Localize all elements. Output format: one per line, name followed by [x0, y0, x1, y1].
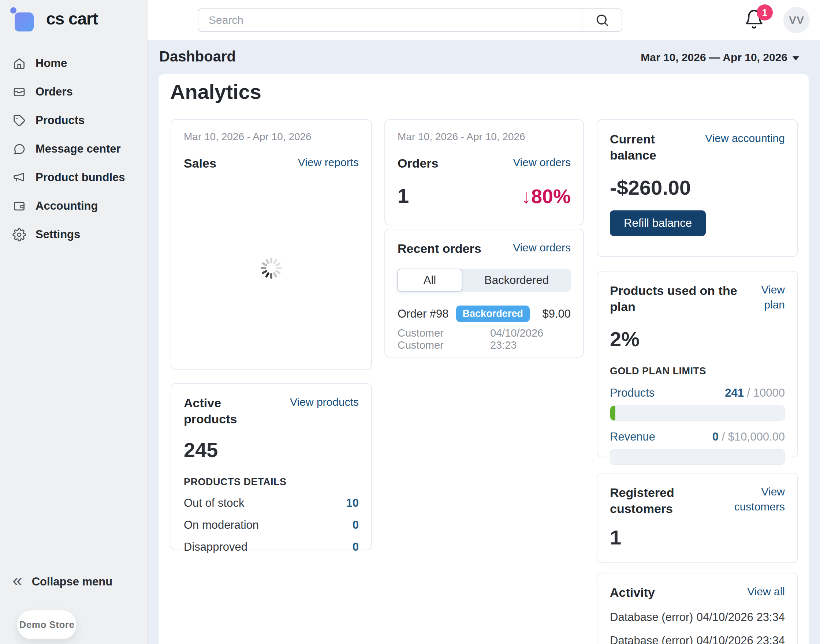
- double-chevron-left-icon: «: [12, 572, 22, 589]
- recent-orders-tabs: All Backordered: [398, 269, 571, 291]
- view-plan-link[interactable]: View plan: [738, 282, 785, 312]
- limit-label: Products: [610, 386, 654, 400]
- sidebar-item-label: Orders: [35, 85, 73, 98]
- order-status-badge: Backordered: [456, 305, 530, 322]
- activity-row: Database (error) 04/10/2026 23:34: [610, 611, 785, 624]
- sidebar-item-home[interactable]: Home: [0, 49, 147, 78]
- activity-datetime: 04/10/2026 23:34: [697, 611, 785, 624]
- recent-orders-card: Recent orders View orders All Backordere…: [384, 229, 584, 357]
- sidebar-item-message-center[interactable]: Message center: [0, 135, 147, 163]
- sidebar-nav: Home Orders Products Message center Prod…: [0, 49, 147, 249]
- sidebar-item-label: Message center: [35, 143, 121, 155]
- plan-percent-used: 2%: [610, 327, 785, 351]
- notification-count-badge: 1: [757, 5, 773, 20]
- date-range-picker[interactable]: Mar 10, 2026 — Apr 10, 2026: [640, 51, 799, 64]
- sidebar: cs cart Home Orders Products Message cen…: [0, 0, 147, 644]
- user-avatar[interactable]: VV: [783, 7, 810, 33]
- view-products-link[interactable]: View products: [290, 395, 359, 410]
- registered-customers-count: 1: [610, 526, 785, 549]
- limit-label: Revenue: [610, 430, 655, 443]
- product-bundles-icon: [12, 171, 26, 184]
- active-products-count: 245: [184, 438, 359, 462]
- view-accounting-link[interactable]: View accounting: [705, 131, 785, 146]
- limit-total: 10000: [753, 386, 785, 399]
- order-row[interactable]: Order #98 Backordered $9.00: [398, 305, 571, 322]
- app-window: cs cart Home Orders Products Message cen…: [0, 0, 820, 644]
- products-progress-bar: [610, 405, 785, 421]
- activity-title: Activity: [610, 584, 655, 601]
- registered-customers-card: Registered customers View customers 1: [597, 473, 798, 563]
- view-orders-link[interactable]: View orders: [513, 155, 571, 170]
- plan-limits-heading: GOLD PLAN LIMITS: [610, 365, 785, 377]
- limit-row-revenue: Revenue 0 / $10,000.00: [610, 430, 785, 443]
- sidebar-item-product-bundles[interactable]: Product bundles: [0, 163, 147, 192]
- store-switcher-label: Demo Store: [19, 619, 75, 630]
- limit-total: $10,000.00: [728, 430, 785, 443]
- limit-used: 0: [713, 430, 719, 443]
- orders-title: Orders: [398, 155, 439, 171]
- recent-orders-title: Recent orders: [398, 241, 481, 256]
- sidebar-item-products[interactable]: Products: [0, 106, 147, 135]
- sidebar-item-label: Accounting: [35, 199, 98, 213]
- logo-icon: [11, 8, 32, 29]
- accounting-icon: [12, 199, 26, 213]
- sidebar-item-label: Settings: [35, 228, 80, 241]
- revenue-progress-bar: [610, 449, 785, 465]
- detail-label: Out of stock: [184, 497, 244, 510]
- limit-used: 241: [725, 386, 744, 399]
- current-balance-amount: -$260.00: [610, 176, 785, 199]
- chevron-down-icon: [792, 56, 799, 60]
- order-datetime: 04/10/2026 23:23: [490, 327, 571, 351]
- current-balance-card: Current balance View accounting -$260.00…: [597, 119, 798, 257]
- sidebar-item-label: Home: [35, 57, 67, 70]
- logo-text: cs cart: [41, 9, 98, 29]
- orders-count: 1: [398, 184, 409, 207]
- detail-value: 0: [353, 540, 359, 554]
- orders-card: Mar 10, 2026 - Apr 10, 2026 Orders View …: [384, 119, 584, 225]
- search-input[interactable]: [198, 9, 582, 31]
- activity-row: Database (error) 04/10/2026 23:34: [610, 634, 785, 644]
- sidebar-item-orders[interactable]: Orders: [0, 78, 147, 106]
- detail-value: 10: [346, 497, 359, 510]
- sidebar-item-settings[interactable]: Settings: [0, 220, 147, 249]
- search-icon: [595, 13, 610, 28]
- detail-row-disapproved: Disapproved 0: [184, 540, 359, 554]
- store-switcher[interactable]: Demo Store: [17, 610, 77, 639]
- tab-backordered[interactable]: Backordered: [462, 269, 571, 291]
- refill-balance-button[interactable]: Refill balance: [610, 210, 706, 236]
- top-header: 1 VV: [147, 0, 820, 40]
- orders-change-percent: ↓80%: [521, 185, 571, 207]
- plan-usage-title: Products used on the plan: [610, 282, 738, 315]
- detail-label: On moderation: [184, 518, 259, 532]
- view-all-link[interactable]: View all: [747, 584, 785, 600]
- detail-value: 0: [353, 518, 359, 532]
- detail-row-out-of-stock: Out of stock 10: [184, 497, 359, 510]
- search-button[interactable]: [582, 9, 622, 31]
- activity-label: Database (error): [610, 611, 693, 624]
- sidebar-item-label: Product bundles: [35, 171, 125, 184]
- detail-row-on-moderation: On moderation 0: [184, 518, 359, 532]
- view-reports-link[interactable]: View reports: [298, 155, 359, 170]
- sidebar-item-label: Products: [35, 114, 84, 127]
- activity-card: Activity View all Database (error) 04/10…: [597, 573, 798, 644]
- analytics-panel: Analytics Mar 10, 2026 - Apr 10, 2026 Sa…: [158, 74, 809, 644]
- view-customers-link[interactable]: View customers: [709, 485, 785, 514]
- detail-label: Disapproved: [184, 540, 247, 554]
- sales-title: Sales: [184, 155, 217, 171]
- limit-row-products: Products 241 / 10000: [610, 386, 785, 400]
- tab-all[interactable]: All: [397, 268, 462, 292]
- sidebar-item-accounting[interactable]: Accounting: [0, 192, 147, 220]
- activity-label: Database (error): [610, 634, 693, 644]
- order-customer: Customer Customer: [398, 327, 490, 351]
- registered-customers-title: Registered customers: [610, 485, 709, 517]
- sales-card: Mar 10, 2026 - Apr 10, 2026 Sales View r…: [170, 119, 372, 370]
- collapse-menu-label: Collapse menu: [32, 575, 113, 588]
- logo[interactable]: cs cart: [11, 8, 98, 29]
- notifications-button[interactable]: 1: [743, 9, 769, 34]
- collapse-menu-button[interactable]: « Collapse menu: [12, 573, 112, 590]
- home-icon: [12, 57, 26, 70]
- active-products-card: Active products View products 245 PRODUC…: [170, 383, 372, 550]
- orders-date-range: Mar 10, 2026 - Apr 10, 2026: [398, 131, 571, 143]
- activity-datetime: 04/10/2026 23:34: [697, 634, 785, 644]
- view-orders-link[interactable]: View orders: [513, 241, 571, 255]
